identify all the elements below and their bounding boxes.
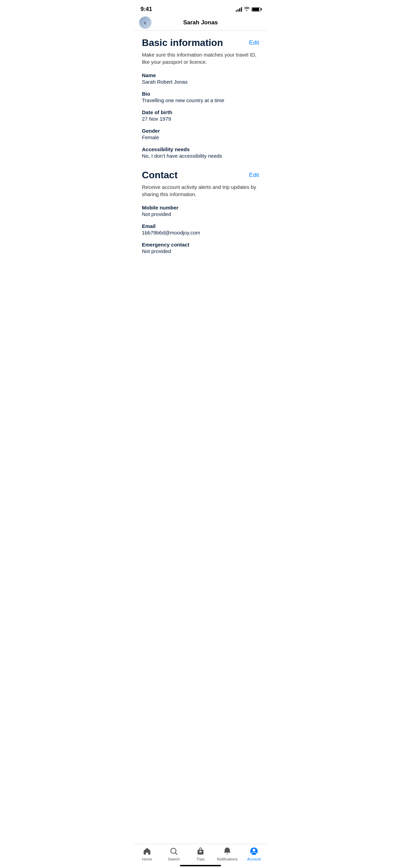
email-value: 1bb79b6d@moodjoy.com bbox=[142, 230, 259, 236]
back-chevron-icon: ‹ bbox=[144, 19, 146, 26]
accessibility-field: Accessibility needs No, I don't have acc… bbox=[142, 146, 259, 159]
contact-section: Contact Edit Receive account activity al… bbox=[142, 170, 259, 254]
mobile-field: Mobile number Not provided bbox=[142, 205, 259, 217]
mobile-value: Not provided bbox=[142, 211, 259, 217]
status-time: 9:41 bbox=[141, 6, 152, 13]
wifi-icon bbox=[244, 7, 250, 12]
accessibility-label: Accessibility needs bbox=[142, 146, 259, 152]
status-icons bbox=[236, 7, 260, 12]
basic-info-section: Basic information Edit Make sure this in… bbox=[142, 37, 259, 159]
basic-info-edit-button[interactable]: Edit bbox=[249, 37, 259, 46]
gender-field: Gender Female bbox=[142, 128, 259, 140]
name-value: Sarah Robert Jonas bbox=[142, 79, 259, 85]
bio-field: Bio Travelling one new country at a time bbox=[142, 91, 259, 103]
battery-icon bbox=[252, 7, 260, 12]
basic-info-title: Basic information bbox=[142, 37, 223, 48]
bio-label: Bio bbox=[142, 91, 259, 97]
email-label: Email bbox=[142, 223, 259, 229]
basic-info-header: Basic information Edit bbox=[142, 37, 259, 48]
gender-label: Gender bbox=[142, 128, 259, 134]
emergency-contact-value: Not provided bbox=[142, 248, 259, 254]
bio-value: Travelling one new country at a time bbox=[142, 97, 259, 103]
dob-field: Date of birth 27 Nov 1979 bbox=[142, 109, 259, 122]
mobile-label: Mobile number bbox=[142, 205, 259, 210]
emergency-contact-field: Emergency contact Not provided bbox=[142, 242, 259, 254]
main-content: Basic information Edit Make sure this in… bbox=[134, 31, 267, 299]
signal-icon bbox=[236, 7, 242, 12]
dob-label: Date of birth bbox=[142, 109, 259, 115]
emergency-contact-label: Emergency contact bbox=[142, 242, 259, 248]
accessibility-value: No, I don't have accessibility needs bbox=[142, 153, 259, 159]
contact-edit-button[interactable]: Edit bbox=[249, 170, 259, 179]
contact-subtitle: Receive account activity alerts and trip… bbox=[142, 183, 259, 198]
contact-header: Contact Edit bbox=[142, 170, 259, 181]
email-field: Email 1bb79b6d@moodjoy.com bbox=[142, 223, 259, 236]
back-button[interactable]: ‹ bbox=[139, 16, 151, 29]
basic-info-subtitle: Make sure this information matches your … bbox=[142, 51, 259, 65]
page-title: Sarah Jonas bbox=[183, 19, 218, 26]
dob-value: 27 Nov 1979 bbox=[142, 116, 259, 122]
gender-value: Female bbox=[142, 134, 259, 140]
nav-header: ‹ Sarah Jonas bbox=[134, 16, 267, 31]
contact-title: Contact bbox=[142, 170, 178, 181]
status-bar: 9:41 bbox=[134, 0, 267, 16]
name-label: Name bbox=[142, 72, 259, 78]
name-field: Name Sarah Robert Jonas bbox=[142, 72, 259, 85]
